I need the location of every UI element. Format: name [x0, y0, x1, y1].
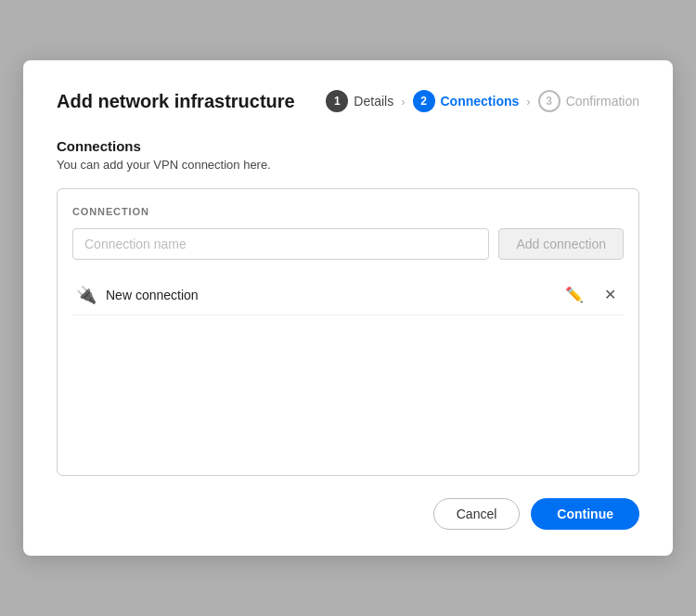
delete-connection-button[interactable]: ✕	[600, 284, 620, 305]
step-2-label: Connections	[441, 94, 520, 109]
step-3-circle: 3	[538, 90, 561, 112]
connection-list-item: 🔌 New connection ✏️ ✕	[72, 275, 624, 315]
section-description: You can add your VPN connection here.	[57, 158, 639, 172]
connection-name-input[interactable]	[72, 228, 489, 260]
step-2-circle: 2	[413, 90, 435, 112]
modal-title: Add network infrastructure	[57, 91, 295, 112]
step-arrow-2: ›	[526, 95, 530, 109]
step-3-label: Confirmation	[566, 94, 639, 109]
stepper: 1 Details › 2 Connections › 3 Confirmati…	[326, 90, 639, 112]
edit-connection-button[interactable]: ✏️	[561, 284, 587, 305]
modal-header: Add network infrastructure 1 Details › 2…	[57, 90, 639, 112]
continue-button[interactable]: Continue	[531, 498, 639, 530]
plug-icon: 🔌	[76, 285, 97, 305]
add-connection-button[interactable]: Add connection	[498, 228, 624, 260]
step-3: 3 Confirmation	[538, 90, 639, 112]
connection-list-left: 🔌 New connection	[76, 285, 199, 305]
connection-box-label: CONNECTION	[72, 206, 624, 217]
step-1-circle: 1	[326, 90, 348, 112]
step-1-label: Details	[354, 94, 393, 109]
modal: Add network infrastructure 1 Details › 2…	[23, 60, 673, 556]
connection-box: CONNECTION Add connection 🔌 New connecti…	[57, 188, 639, 476]
step-arrow-1: ›	[401, 95, 405, 109]
connection-input-row: Add connection	[72, 228, 624, 260]
connection-list-actions: ✏️ ✕	[561, 284, 620, 305]
connection-item-name: New connection	[106, 288, 199, 302]
modal-footer: Cancel Continue	[57, 498, 639, 530]
cancel-button[interactable]: Cancel	[433, 498, 521, 530]
step-2: 2 Connections	[413, 90, 520, 112]
section-title: Connections	[57, 138, 639, 154]
step-1: 1 Details	[326, 90, 393, 112]
